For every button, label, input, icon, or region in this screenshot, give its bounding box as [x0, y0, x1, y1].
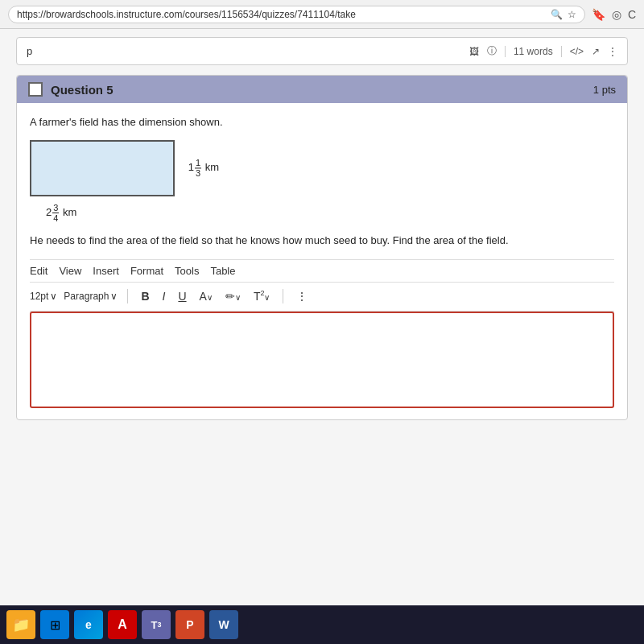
url-bar[interactable]: https://browardschools.instructure.com/c… — [8, 6, 585, 23]
answer-input-area[interactable] — [30, 312, 614, 408]
question-text-1: A farmer's field has the dimension shown… — [30, 114, 614, 130]
powerpoint-icon[interactable]: P — [175, 610, 204, 639]
editor-toolbar-top: Edit View Insert Format Tools Table — [30, 259, 614, 283]
view-menu[interactable]: View — [59, 265, 81, 277]
toolbar-divider-1 — [127, 289, 128, 303]
teams-icon[interactable]: T3 — [142, 610, 171, 639]
dots-btn[interactable]: ⋮ — [608, 46, 617, 57]
bookmark-icon[interactable]: 🔖 — [592, 8, 605, 21]
editor-toolbar-bottom: 12pt ∨ Paragraph ∨ B I U A∨ ✏∨ T2∨ — [30, 283, 614, 312]
highlight-button[interactable]: ✏∨ — [222, 288, 244, 304]
question-5-block: Question 5 1 pts A farmer's field has th… — [16, 75, 628, 420]
underline-button[interactable]: U — [175, 288, 189, 304]
edit-menu[interactable]: Edit — [30, 265, 47, 277]
question-title: Question 5 — [51, 83, 114, 97]
format-menu[interactable]: Format — [130, 265, 163, 277]
table-menu[interactable]: Table — [210, 265, 235, 277]
font-color-button[interactable]: A∨ — [196, 288, 216, 304]
dimension-bottom: 234 km — [30, 203, 223, 223]
question-points: 1 pts — [593, 84, 616, 96]
italic-button[interactable]: I — [159, 288, 169, 304]
acrobat-icon[interactable]: A — [108, 610, 137, 639]
more-options-button[interactable]: ⋮ — [293, 288, 311, 304]
edge-browser-icon[interactable]: e — [74, 610, 103, 639]
profile-icon[interactable]: ◎ — [612, 8, 621, 21]
question-header-inner: Question 5 — [28, 82, 114, 97]
file-explorer-icon[interactable]: 📁 — [6, 610, 35, 639]
question-checkbox[interactable] — [28, 82, 43, 97]
page-content: p 🖼 ⓘ 11 words </> ↗ ⋮ Question 5 1 pts … — [0, 29, 644, 605]
code-btn[interactable]: </> — [570, 46, 584, 57]
url-text: https://browardschools.instructure.com/c… — [17, 9, 546, 20]
paragraph-label: p — [27, 45, 32, 57]
prev-answer-area: p 🖼 ⓘ 11 words </> ↗ ⋮ — [16, 37, 628, 65]
field-diagram: 113 km 234 km — [30, 140, 223, 223]
browser-icons: 🔖 ◎ C — [592, 8, 636, 21]
prev-answer-toolbar: 🖼 ⓘ 11 words </> ↗ ⋮ — [469, 44, 617, 58]
word-count: 11 words — [505, 46, 562, 57]
font-size-chevron: ∨ — [50, 291, 57, 302]
accessibility-icon: ⓘ — [487, 44, 497, 58]
paragraph-chevron: ∨ — [110, 291, 118, 302]
search-icon: 🔍 — [551, 9, 563, 20]
image-icon: 🖼 — [469, 46, 479, 57]
star-icon: ☆ — [568, 9, 576, 20]
extension-icon[interactable]: C — [628, 8, 636, 21]
toolbar-divider-2 — [283, 289, 283, 303]
font-size-dropdown[interactable]: 12pt ∨ — [30, 291, 57, 302]
dimension-right: 113 km — [188, 158, 219, 178]
expand-btn[interactable]: ↗ — [592, 46, 600, 57]
superscript-button[interactable]: T2∨ — [250, 287, 274, 304]
insert-menu[interactable]: Insert — [93, 265, 119, 277]
bold-button[interactable]: B — [138, 288, 152, 304]
microsoft-store-icon[interactable]: ⊞ — [40, 610, 69, 639]
question-text-2: He needs to find the area of the field s… — [30, 233, 614, 249]
question-header: Question 5 1 pts — [17, 76, 627, 103]
word-icon[interactable]: W — [209, 610, 238, 639]
tools-menu[interactable]: Tools — [175, 265, 199, 277]
question-body: A farmer's field has the dimension shown… — [17, 103, 627, 419]
field-rectangle — [30, 140, 175, 196]
paragraph-dropdown[interactable]: Paragraph ∨ — [64, 291, 118, 302]
taskbar: 📁 ⊞ e A T3 P W — [0, 605, 644, 644]
browser-bar: https://browardschools.instructure.com/c… — [0, 0, 644, 29]
